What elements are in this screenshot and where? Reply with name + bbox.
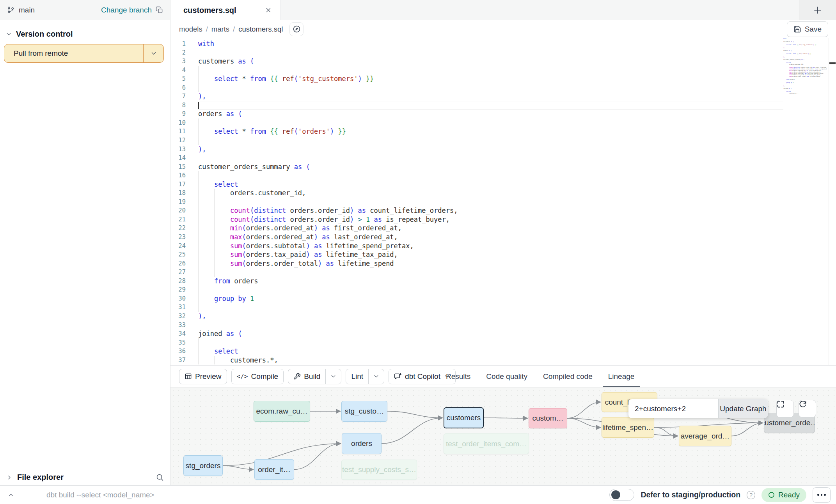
- tab-compiled-code[interactable]: Compiled code: [535, 366, 600, 387]
- breadcrumb-item[interactable]: marts: [211, 25, 229, 34]
- lineage-node-test_order_items[interactable]: test_order_items_com…: [444, 433, 529, 454]
- code-line[interactable]: [198, 66, 783, 75]
- breadcrumb-separator: /: [233, 25, 235, 34]
- code-line[interactable]: customers.*,: [198, 356, 783, 365]
- pull-dropdown[interactable]: [143, 44, 163, 62]
- compile-button[interactable]: </> Compile: [231, 369, 284, 384]
- file-explorer-title: File explorer: [17, 473, 64, 482]
- code-line[interactable]: [198, 48, 783, 57]
- change-branch-link[interactable]: Change branch: [101, 6, 152, 14]
- line-number: 18: [170, 189, 198, 198]
- code-line[interactable]: min(orders.ordered_at) as first_ordered_…: [198, 224, 783, 233]
- code-line[interactable]: orders.customer_id,: [198, 189, 783, 198]
- tab-lineage[interactable]: Lineage: [600, 366, 643, 387]
- save-button[interactable]: Save: [787, 21, 828, 37]
- code-line[interactable]: orders as (: [198, 110, 783, 118]
- lineage-node-stg_orders[interactable]: stg_orders: [183, 455, 223, 476]
- code-line[interactable]: customers as (: [198, 57, 783, 66]
- tab-results[interactable]: Results: [438, 366, 478, 387]
- help-icon[interactable]: ?: [747, 491, 755, 499]
- lineage-node-customers_agg[interactable]: custom…: [529, 408, 567, 428]
- chevron-up-icon: [7, 492, 14, 499]
- lineage-node-ecom_raw[interactable]: ecom.raw_cu…: [254, 401, 310, 422]
- code-line[interactable]: [198, 154, 783, 163]
- lint-button[interactable]: Lint: [346, 369, 368, 384]
- breadcrumb-item[interactable]: models: [179, 25, 202, 34]
- code-line[interactable]: ),: [198, 92, 783, 101]
- code-line[interactable]: [198, 198, 783, 207]
- minimap[interactable]: withcustomers as ( select * from {{ ref(…: [783, 38, 827, 365]
- lint-dropdown[interactable]: [368, 369, 384, 384]
- fullscreen-button[interactable]: [776, 400, 794, 417]
- code-line[interactable]: [198, 171, 783, 180]
- code-line[interactable]: select: [198, 180, 783, 189]
- version-control-header[interactable]: Version control: [0, 20, 170, 39]
- code-lines[interactable]: withcustomers as ( select * from {{ ref(…: [198, 39, 783, 364]
- code-line[interactable]: sum(orders.order_total) as lifetime_spen…: [198, 259, 783, 268]
- code-line[interactable]: [198, 285, 783, 294]
- code-line[interactable]: customer_orders_summary as (: [198, 163, 783, 172]
- tab-code-quality[interactable]: Code quality: [478, 366, 535, 387]
- code-line[interactable]: ),: [198, 145, 783, 154]
- defer-toggle[interactable]: [609, 489, 634, 501]
- code-line[interactable]: select * from {{ ref('orders') }}: [198, 127, 783, 136]
- lineage-panel[interactable]: ecom.raw_cu…stg_custo…customerscustom…co…: [170, 387, 836, 485]
- line-number: 8: [170, 101, 198, 110]
- lineage-selector-input[interactable]: [628, 399, 718, 418]
- code-line[interactable]: count(distinct orders.order_id) > 1 as i…: [198, 215, 783, 224]
- code-line[interactable]: sum(orders.tax_paid) as lifetime_tax_pai…: [198, 250, 783, 259]
- lineage-node-customers[interactable]: customers: [444, 407, 484, 428]
- line-number: 20: [170, 206, 198, 215]
- line-number: 10: [170, 118, 198, 127]
- pull-from-remote-button[interactable]: Pull from remote: [4, 44, 164, 63]
- code-line[interactable]: from orders: [198, 277, 783, 286]
- preview-button[interactable]: Preview: [179, 369, 227, 384]
- tab-customers-sql[interactable]: customers.sql: [170, 0, 281, 20]
- code-line[interactable]: select * from {{ ref('stg_customers') }}: [198, 74, 783, 83]
- collapse-command-bar-button[interactable]: [0, 486, 22, 504]
- code-line[interactable]: [198, 136, 783, 145]
- copy-icon[interactable]: [156, 6, 163, 14]
- line-number: 7: [170, 92, 198, 101]
- lineage-node-lifetime_spend[interactable]: lifetime_spen…: [602, 417, 654, 438]
- update-graph-button[interactable]: Update Graph: [718, 399, 768, 418]
- code-line[interactable]: [198, 321, 783, 330]
- code-line[interactable]: count(distinct orders.order_id) as count…: [198, 206, 783, 215]
- code-line[interactable]: sum(orders.subtotal) as lifetime_spend_p…: [198, 242, 783, 251]
- lineage-node-average_order[interactable]: average_ord…: [679, 426, 731, 446]
- file-explorer-header[interactable]: File explorer: [0, 469, 170, 485]
- open-lineage-button[interactable]: [289, 22, 304, 36]
- more-options-button[interactable]: [813, 487, 831, 503]
- refresh-button[interactable]: [799, 400, 816, 417]
- editor-scrollbar[interactable]: [829, 38, 836, 365]
- line-number: 15: [170, 163, 198, 172]
- code-line[interactable]: group by 1: [198, 294, 783, 303]
- code-line[interactable]: with: [198, 39, 783, 48]
- lineage-node-stg_customers[interactable]: stg_custo…: [341, 401, 387, 422]
- code-editor[interactable]: 1234567891011121314151617181920212223242…: [170, 38, 836, 365]
- code-line[interactable]: [198, 118, 783, 127]
- lineage-node-orders[interactable]: orders: [342, 433, 382, 454]
- build-dropdown[interactable]: [325, 369, 341, 384]
- breadcrumb-separator: /: [206, 25, 208, 34]
- code-line[interactable]: [198, 101, 783, 110]
- lineage-node-order_items[interactable]: order_it…: [254, 459, 294, 480]
- code-line[interactable]: [198, 268, 783, 277]
- text-cursor: [198, 102, 199, 109]
- code-line[interactable]: [198, 83, 783, 92]
- close-icon[interactable]: [265, 7, 272, 14]
- command-input[interactable]: dbt build --select <model_name>: [46, 491, 154, 499]
- line-number: 9: [170, 110, 198, 118]
- line-number: 2: [170, 48, 198, 57]
- code-line[interactable]: ),: [198, 312, 783, 321]
- line-number: 17: [170, 180, 198, 189]
- lineage-node-test_supply_costs[interactable]: test_supply_costs_s…: [341, 460, 417, 480]
- code-line[interactable]: [198, 303, 783, 312]
- search-icon[interactable]: [156, 473, 164, 481]
- code-line[interactable]: select: [198, 347, 783, 356]
- plus-icon[interactable]: [813, 5, 822, 15]
- code-line[interactable]: max(orders.ordered_at) as last_ordered_a…: [198, 233, 783, 242]
- build-button[interactable]: Build: [288, 369, 325, 384]
- code-line[interactable]: [198, 338, 783, 347]
- code-line[interactable]: joined as (: [198, 329, 783, 338]
